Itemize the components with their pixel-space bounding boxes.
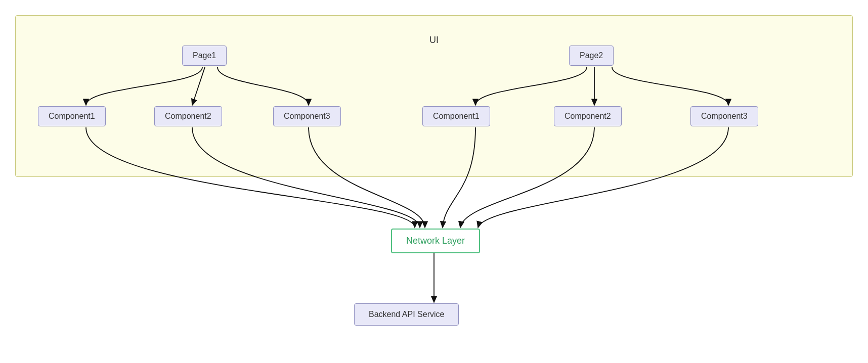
p1-component3-node: Component3 (273, 106, 341, 126)
backend-api-service-node: Backend API Service (354, 303, 459, 326)
p2-component1-node: Component1 (422, 106, 490, 126)
page1-node: Page1 (182, 46, 227, 66)
p2-component2-node: Component2 (554, 106, 622, 126)
diagram-container: UI Page1 (0, 0, 868, 363)
ui-box: UI (15, 15, 853, 177)
p2-component3-node: Component3 (690, 106, 758, 126)
page2-node: Page2 (569, 46, 614, 66)
p1-component1-node: Component1 (38, 106, 106, 126)
p1-component2-node: Component2 (154, 106, 222, 126)
ui-label: UI (429, 35, 439, 46)
network-layer-node: Network Layer (391, 229, 480, 253)
